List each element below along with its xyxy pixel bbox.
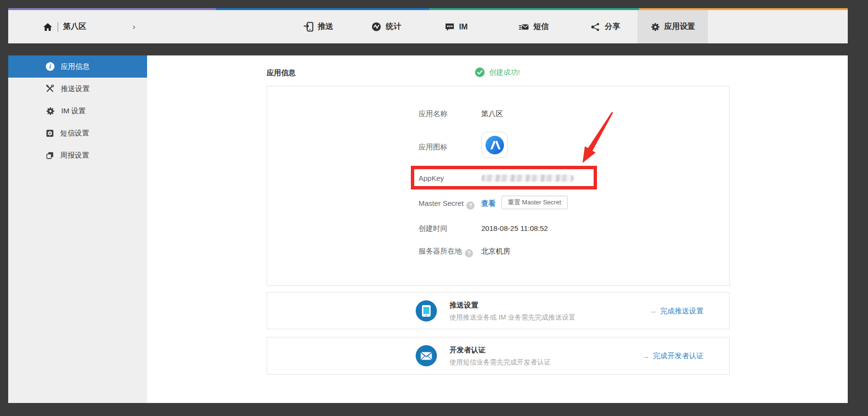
nav-item-stats[interactable]: 统计 bbox=[371, 10, 401, 43]
nav-item-im[interactable]: IM bbox=[445, 10, 468, 43]
push-icon bbox=[303, 22, 313, 32]
sidebar-item-app-info[interactable]: i 应用信息 bbox=[8, 55, 147, 78]
nav-item-label: 短信 bbox=[533, 22, 549, 32]
master-secret-label: Master Secret? bbox=[419, 199, 475, 210]
created-at-label: 创建时间 bbox=[419, 224, 448, 233]
gear-icon bbox=[651, 22, 660, 32]
reset-master-secret-button[interactable]: 重置 Master Secret bbox=[502, 196, 568, 209]
app-info-panel: 应用名称 第八区 应用图标 AppKey bbox=[267, 86, 730, 286]
app-name-label: 应用名称 bbox=[419, 109, 448, 119]
sidebar-item-label: 周报设置 bbox=[60, 151, 89, 160]
breadcrumb-chevron[interactable]: › bbox=[133, 10, 136, 43]
nav-item-push[interactable]: 推送 bbox=[303, 10, 333, 43]
nav-item-label: 分享 bbox=[605, 22, 620, 32]
gear-icon bbox=[46, 107, 55, 116]
card-title: 推送设置 bbox=[449, 301, 478, 310]
arrow-right-icon: → bbox=[649, 307, 657, 315]
nav-item-share[interactable]: 分享 bbox=[591, 10, 620, 43]
app-settings-page: 第八区 › 推送 统计 bbox=[0, 0, 868, 416]
im-icon bbox=[445, 22, 455, 32]
sidebar-item-weekly-report-settings[interactable]: 周报设置 bbox=[8, 144, 147, 166]
sidebar-item-push-settings[interactable]: 推送设置 bbox=[8, 78, 147, 100]
main-content: 应用信息 创建成功! 应用名称 第八区 应用图标 bbox=[147, 55, 848, 403]
section-title: 应用信息 bbox=[267, 68, 296, 78]
app-logo bbox=[481, 132, 508, 158]
nav-accent-purple bbox=[8, 8, 216, 10]
push-settings-card: 推送设置 使用推送业务或 IM 业务需先完成推送设置 → 完成推送设置 bbox=[267, 292, 730, 329]
card-description: 使用短信业务需先完成开发者认证 bbox=[449, 358, 551, 367]
creation-success-banner: 创建成功! bbox=[475, 67, 520, 77]
nav-item-sms[interactable]: 短信 bbox=[518, 10, 549, 43]
appkey-value-redacted bbox=[481, 174, 574, 182]
appkey-label: AppKey bbox=[419, 174, 444, 182]
nav-item-label: 统计 bbox=[386, 22, 401, 32]
card-link-label: 完成推送设置 bbox=[660, 306, 704, 315]
sidebar-item-label: 推送设置 bbox=[61, 84, 90, 94]
mail-icon bbox=[416, 345, 437, 366]
breadcrumb: 第八区 bbox=[43, 10, 86, 43]
tools-icon bbox=[46, 84, 54, 93]
check-icon bbox=[475, 67, 485, 77]
developer-certification-card: 开发者认证 使用短信业务需先完成开发者认证 → 完成开发者认证 bbox=[267, 337, 730, 375]
complete-push-settings-link[interactable]: → 完成推送设置 bbox=[649, 306, 704, 315]
nav-item-label: 推送 bbox=[318, 22, 333, 32]
help-icon[interactable]: ? bbox=[465, 249, 473, 257]
info-icon: i bbox=[46, 62, 54, 71]
nav-item-app-settings[interactable]: 应用设置 bbox=[637, 10, 708, 43]
help-icon[interactable]: ? bbox=[466, 201, 475, 210]
top-navbar: 第八区 › 推送 统计 bbox=[8, 8, 848, 43]
created-at-value: 2018-08-25 11:08:52 bbox=[481, 224, 548, 232]
home-icon[interactable] bbox=[43, 23, 53, 31]
app-name-value: 第八区 bbox=[481, 109, 503, 119]
sms-icon bbox=[518, 22, 529, 32]
sidebar-item-im-settings[interactable]: IM 设置 bbox=[8, 100, 147, 122]
nav-item-label: IM bbox=[459, 23, 468, 31]
card-title: 开发者认证 bbox=[449, 346, 486, 355]
sidebar-item-label: 应用信息 bbox=[61, 62, 90, 71]
sidebar-item-label: IM 设置 bbox=[61, 107, 86, 116]
stats-icon bbox=[371, 22, 381, 32]
breadcrumb-divider bbox=[57, 22, 58, 32]
sidebar-item-sms-settings[interactable]: 短信设置 bbox=[8, 122, 147, 144]
report-icon bbox=[46, 151, 54, 160]
arrow-right-icon: → bbox=[642, 351, 650, 360]
success-message: 创建成功! bbox=[489, 68, 520, 77]
share-icon bbox=[591, 22, 600, 32]
server-location-value: 北京机房 bbox=[481, 247, 510, 256]
phone-icon bbox=[416, 300, 437, 322]
sidebar-item-label: 短信设置 bbox=[60, 129, 89, 138]
complete-developer-certification-link[interactable]: → 完成开发者认证 bbox=[642, 351, 704, 361]
nav-item-label: 应用设置 bbox=[665, 22, 695, 32]
card-description: 使用推送业务或 IM 业务需先完成推送设置 bbox=[449, 313, 575, 322]
settings-sidebar: i 应用信息 推送设置 bbox=[8, 55, 147, 403]
server-location-label: 服务器所在地? bbox=[419, 247, 473, 257]
sms-gear-icon bbox=[46, 129, 54, 137]
app-icon-label: 应用图标 bbox=[419, 143, 448, 152]
view-master-secret-link[interactable]: 查看 bbox=[481, 199, 496, 208]
breadcrumb-app-name[interactable]: 第八区 bbox=[63, 22, 86, 32]
card-link-label: 完成开发者认证 bbox=[653, 351, 704, 361]
